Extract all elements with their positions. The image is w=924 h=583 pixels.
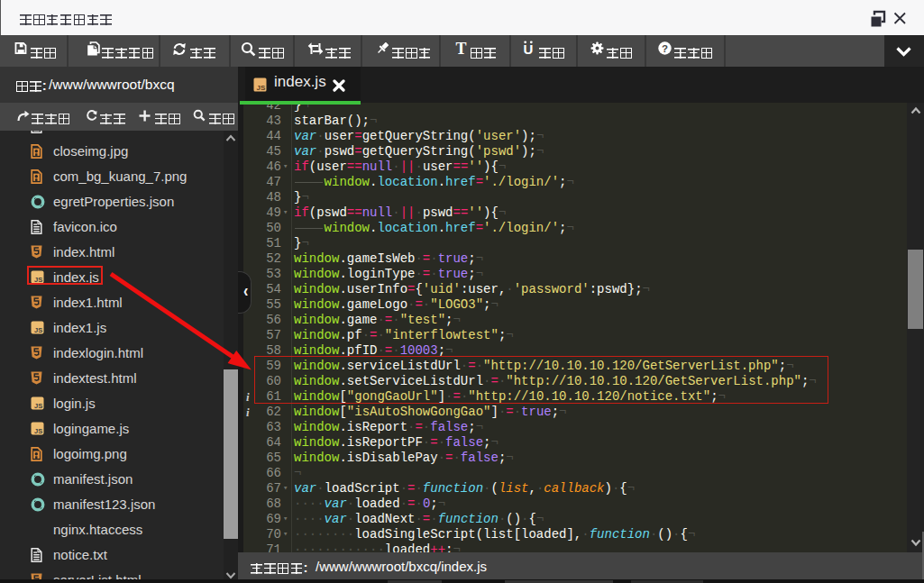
svg-text:?: ? <box>662 43 668 54</box>
svg-text:JS: JS <box>34 326 42 334</box>
svg-text:U: U <box>524 41 534 56</box>
svg-text:JS: JS <box>34 402 42 410</box>
svg-text:T: T <box>455 41 466 56</box>
svg-text:JS: JS <box>257 84 266 92</box>
svg-text:JS: JS <box>34 427 42 435</box>
